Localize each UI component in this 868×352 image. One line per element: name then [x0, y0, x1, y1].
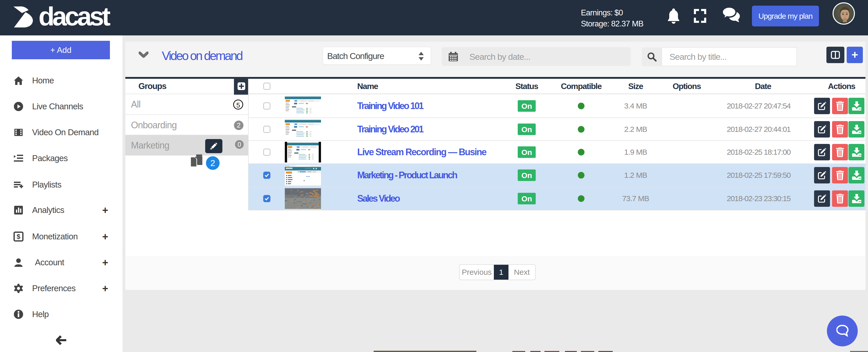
svg-text:$: $: [17, 233, 21, 240]
